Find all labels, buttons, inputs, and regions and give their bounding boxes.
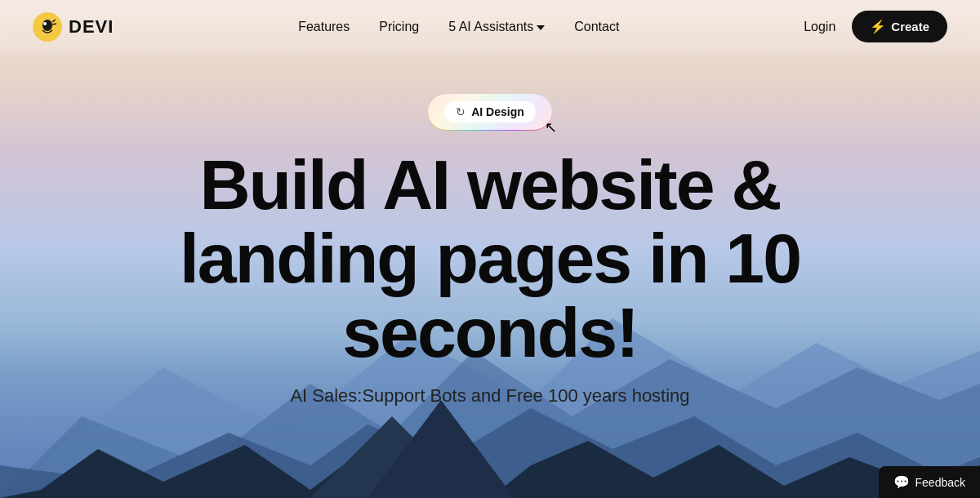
lightning-icon: ⚡ bbox=[870, 19, 886, 34]
hero-subtext: AI Sales:Support Bots and Free 100 years… bbox=[290, 385, 689, 407]
feedback-icon: 💬 bbox=[893, 474, 910, 490]
navbar: DEVI Features Pricing 5 AI Assistants Co… bbox=[0, 0, 980, 53]
logo-icon bbox=[33, 12, 62, 42]
cursor-icon: ↖ bbox=[545, 118, 557, 136]
ai-badge-inner: ↻ AI Design bbox=[444, 101, 536, 122]
feedback-button[interactable]: 💬 Feedback bbox=[879, 466, 980, 498]
nav-features[interactable]: Features bbox=[298, 20, 350, 34]
ai-badge-text: AI Design bbox=[471, 105, 524, 118]
nav-contact[interactable]: Contact bbox=[574, 20, 619, 34]
refresh-icon: ↻ bbox=[456, 105, 466, 118]
nav-pricing[interactable]: Pricing bbox=[379, 20, 419, 34]
create-button[interactable]: ⚡ Create bbox=[852, 11, 947, 42]
hero-headline: Build AI website & landing pages in 10 s… bbox=[180, 148, 800, 369]
svg-point-8 bbox=[42, 20, 52, 31]
svg-line-11 bbox=[52, 24, 56, 24]
nav-actions: Login ⚡ Create bbox=[804, 11, 947, 42]
hero-section: ↻ AI Design ↖ Build AI website & landing… bbox=[0, 53, 980, 407]
login-button[interactable]: Login bbox=[804, 20, 835, 34]
brand-name: DEVI bbox=[69, 16, 114, 38]
nav-links: Features Pricing 5 AI Assistants Contact bbox=[298, 20, 619, 34]
svg-point-9 bbox=[43, 22, 47, 25]
chevron-down-icon bbox=[537, 25, 545, 30]
ai-design-badge[interactable]: ↻ AI Design ↖ bbox=[428, 94, 552, 130]
logo-area[interactable]: DEVI bbox=[33, 12, 114, 42]
nav-ai-assistants[interactable]: 5 AI Assistants bbox=[448, 20, 545, 34]
